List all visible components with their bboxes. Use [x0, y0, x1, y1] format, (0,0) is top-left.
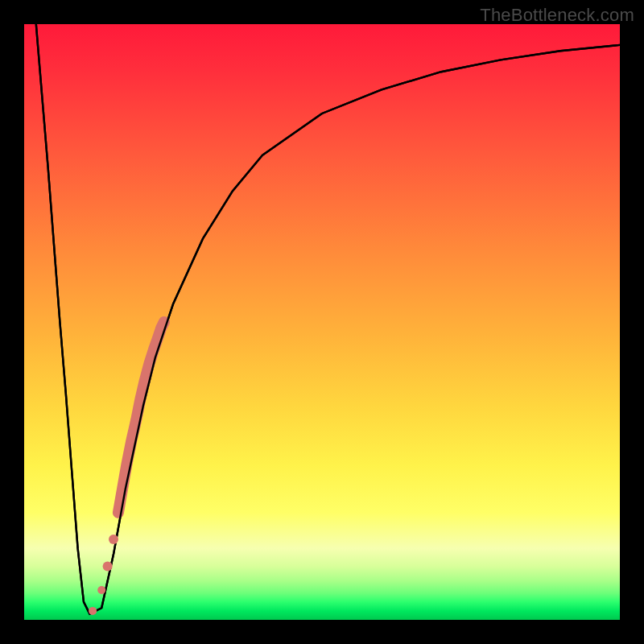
plot-area: [24, 24, 620, 620]
highlight-dot: [103, 561, 113, 571]
bottleneck-curve-overlay: [36, 24, 620, 614]
bottleneck-curve: [36, 24, 620, 614]
chart-frame: TheBottleneck.com: [0, 0, 644, 644]
highlight-dot: [97, 586, 105, 594]
highlight-dot: [109, 535, 118, 544]
highlight-dot: [89, 607, 97, 615]
curve-layer: [24, 24, 620, 620]
watermark-text: TheBottleneck.com: [480, 5, 634, 26]
